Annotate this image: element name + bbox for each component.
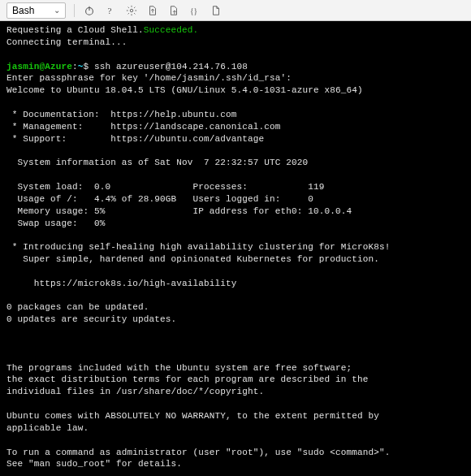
text-line: the exact distribution terms for each pr… xyxy=(6,374,369,384)
upload-file-icon[interactable] xyxy=(146,4,159,17)
prompt-user: jasmin@Azure xyxy=(6,62,72,71)
text-line: * Support: https://ubuntu.com/advantage xyxy=(6,134,264,144)
text-line: System information as of Sat Nov 7 22:32… xyxy=(6,158,308,167)
prompt-sep: : xyxy=(72,62,78,71)
text-line: Enter passphrase for key '/home/jasmin/.… xyxy=(6,73,292,83)
shell-selector[interactable]: Bash ⌄ xyxy=(6,2,66,19)
cloud-shell-toolbar: Bash ⌄ ? {} xyxy=(0,0,471,21)
text-succeeded: Succeeded. xyxy=(144,25,199,35)
text-line: Requesting a Cloud Shell. xyxy=(6,25,144,35)
chevron-down-icon: ⌄ xyxy=(54,6,60,15)
text-line: System load: 0.0 Processes: 119 xyxy=(6,182,325,192)
text-line: Usage of /: 4.4% of 28.90GB Users logged… xyxy=(6,194,313,204)
text-line: To run a command as administrator (user … xyxy=(6,448,391,457)
text-line: * Documentation: https://help.ubuntu.com xyxy=(6,110,237,119)
text-line: Swap usage: 0% xyxy=(6,219,106,228)
text-line: 0 updates are security updates. xyxy=(6,314,176,324)
command-text: ssh azureuser@104.214.76.108 xyxy=(94,62,248,71)
terminal-output[interactable]: Requesting a Cloud Shell.Succeeded. Conn… xyxy=(0,21,471,476)
toolbar-separator xyxy=(74,4,75,17)
text-line: See "man sudo_root" for details. xyxy=(6,459,182,469)
svg-point-3 xyxy=(131,9,134,12)
braces-icon[interactable]: {} xyxy=(188,4,201,17)
help-icon[interactable]: ? xyxy=(104,4,117,17)
text-line: 0 packages can be updated. xyxy=(6,302,149,312)
text-line: Connecting terminal... xyxy=(6,37,127,47)
svg-text:?: ? xyxy=(108,6,112,15)
text-line: Ubuntu comes with ABSOLUTELY NO WARRANTY… xyxy=(6,411,379,421)
power-icon[interactable] xyxy=(83,4,96,17)
new-file-icon[interactable] xyxy=(167,4,180,17)
text-line: applicable law. xyxy=(6,423,89,433)
prompt-dollar: $ xyxy=(84,62,95,71)
text-line: * Management: https://landscape.canonica… xyxy=(6,122,281,132)
text-line: The programs included with the Ubuntu sy… xyxy=(6,363,352,373)
open-file-icon[interactable] xyxy=(210,4,223,17)
settings-icon[interactable] xyxy=(125,4,138,17)
svg-text:{}: {} xyxy=(190,6,197,15)
text-line: Welcome to Ubuntu 18.04.5 LTS (GNU/Linux… xyxy=(6,85,363,95)
text-line: individual files in /usr/share/doc/*/cop… xyxy=(6,387,264,396)
text-line: https://microk8s.io/high-availability xyxy=(6,279,237,288)
text-line: Memory usage: 5% IP address for eth0: 10… xyxy=(6,206,352,216)
shell-selector-label: Bash xyxy=(12,5,34,16)
text-line: Super simple, hardened and opinionated K… xyxy=(6,254,379,264)
prompt-path: ~ xyxy=(78,62,84,71)
text-line: * Introducing self-healing high availabi… xyxy=(6,242,391,252)
